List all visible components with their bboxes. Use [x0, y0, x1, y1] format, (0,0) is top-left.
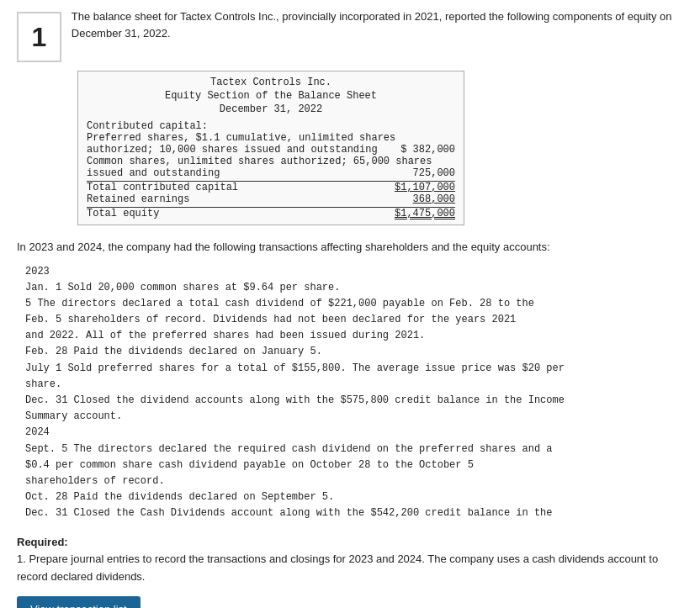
balance-sheet: Tactex Controls Inc. Equity Section of t…	[77, 71, 464, 225]
tx-line-15: Dec. 31 Closed the Cash Dividends accoun…	[25, 505, 683, 521]
bs-value-2: $ 382,000	[400, 144, 455, 156]
tx-line-2: 5 The directors declared a total cash di…	[25, 296, 683, 312]
bs-title1: Tactex Controls Inc.	[87, 77, 455, 88]
bs-title3: December 31, 2022	[87, 103, 455, 115]
bs-label-3: Common shares, unlimited shares authoriz…	[87, 156, 432, 167]
bs-label-5: Total contributed capital	[87, 182, 238, 193]
required-item1: 1. Prepare journal entries to record the…	[17, 552, 658, 583]
bs-label-4: issued and outstanding	[87, 167, 220, 179]
tx-line-12: $0.4 per common share cash dividend paya…	[25, 457, 683, 473]
bs-value-7: $1,475,000	[395, 208, 455, 219]
view-transaction-list-button[interactable]: View transaction list	[17, 596, 141, 608]
bs-label-6: Retained earnings	[87, 193, 189, 205]
tx-line-4: and 2022. All of the preferred shares ha…	[25, 328, 683, 344]
tx-line-8: Dec. 31 Closed the dividend accounts alo…	[25, 393, 683, 409]
tx-line-7: share.	[25, 377, 683, 393]
bs-value-6: 368,000	[413, 193, 455, 205]
bs-label-7: Total equity	[87, 208, 159, 219]
tx-line-10: 2024	[25, 425, 683, 441]
bs-value-4: 725,000	[413, 167, 455, 179]
transactions-intro: In 2023 and 2024, the company had the fo…	[17, 239, 683, 256]
intro-text: The balance sheet for Tactex Controls In…	[72, 8, 683, 41]
required-heading: Required:	[17, 536, 68, 548]
tx-line-6: July 1 Sold preferred shares for a total…	[25, 361, 683, 377]
bs-label-2: authorized; 10,000 shares issued and out…	[87, 144, 378, 156]
tx-line-9: Summary account.	[25, 409, 683, 425]
bs-value-5: $1,107,000	[395, 182, 455, 193]
bs-label-0: Contributed capital:	[87, 120, 208, 132]
tx-line-0: 2023	[25, 264, 683, 280]
bs-title2: Equity Section of the Balance Sheet	[87, 90, 455, 102]
tx-line-14: Oct. 28 Paid the dividends declared on S…	[25, 489, 683, 505]
tx-line-1: Jan. 1 Sold 20,000 common shares at $9.6…	[25, 280, 683, 296]
tx-line-5: Feb. 28 Paid the dividends declared on J…	[25, 344, 683, 360]
problem-number: 1	[17, 12, 61, 62]
tx-line-13: shareholders of record.	[25, 473, 683, 489]
required-section: Required: 1. Prepare journal entries to …	[17, 534, 683, 586]
tx-line-3: Feb. 5 shareholders of record. Dividends…	[25, 312, 683, 328]
tx-line-11: Sept. 5 The directors declared the requi…	[25, 441, 683, 457]
transactions-block: 2023 Jan. 1 Sold 20,000 common shares at…	[17, 264, 683, 522]
bs-label-1: Preferred shares, $1.1 cumulative, unlim…	[87, 132, 395, 144]
